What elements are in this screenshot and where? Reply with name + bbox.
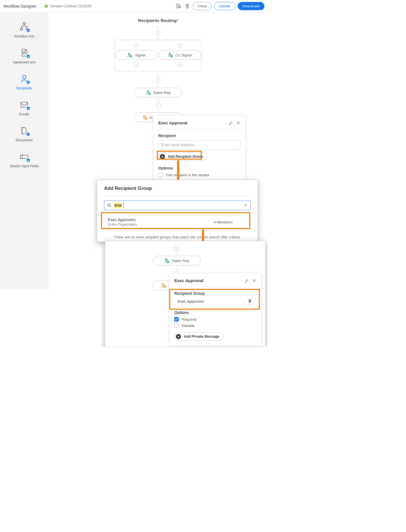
add-node-button[interactable]: + (177, 43, 182, 48)
sender-input-icon (19, 152, 30, 162)
connector (158, 36, 158, 40)
add-node-button[interactable]: + (174, 246, 179, 251)
add-group-label: Add Recipient Group (168, 155, 203, 159)
add-node-button[interactable]: + (134, 43, 139, 48)
panel-title: Exec Approval (174, 278, 245, 283)
remove-group-button[interactable] (244, 298, 255, 305)
role-label: Sales Rep (172, 259, 189, 263)
close-icon[interactable] (236, 121, 240, 125)
sidebar-item-sender-input[interactable]: Sender Input Fields (0, 148, 48, 174)
connector (158, 72, 158, 76)
options-label: Options (158, 166, 240, 170)
recipient-group-label: Recipient Group (174, 291, 257, 296)
required-marker: * (176, 18, 178, 23)
add-node-button[interactable]: + (177, 62, 182, 67)
svg-rect-5 (23, 23, 25, 24)
edit-icon[interactable] (245, 278, 249, 283)
email-input[interactable] (158, 140, 240, 150)
svg-point-19 (147, 91, 149, 92)
sidebar: Workflow Info Agreement Info Recipients … (0, 12, 48, 289)
connector (177, 265, 177, 269)
sidebar-item-emails[interactable]: Emails (0, 96, 48, 122)
plus-icon: + (160, 154, 165, 159)
panel-title: Exec Approval (158, 120, 229, 125)
svg-line-24 (110, 206, 111, 207)
result-row[interactable]: Exec Approvers Entire Organization 4 Mem… (104, 214, 251, 230)
sidebar-item-label: Agreement Info (13, 60, 36, 64)
role-sales-rep[interactable]: Sales Rep (134, 88, 182, 97)
add-private-label: Add Private Message (184, 335, 219, 338)
sidebar-item-recipients[interactable]: Recipients (0, 70, 48, 96)
form-icon[interactable] (176, 3, 182, 9)
exec-approval-panel-2: Exec Approval Recipient Group Exec Appro… (169, 273, 262, 346)
role-sales-rep[interactable]: Sales Rep (153, 256, 201, 265)
options-label: Options (174, 310, 257, 315)
checkbox[interactable] (174, 317, 179, 322)
svg-point-21 (144, 115, 145, 117)
option-label: This recipient is the sender (166, 173, 209, 177)
page-title: Workflow Designer (3, 4, 36, 8)
svg-point-27 (162, 283, 164, 285)
person-check-icon (127, 52, 133, 58)
trash-icon[interactable] (184, 3, 190, 9)
connector (158, 84, 158, 88)
svg-point-25 (166, 259, 167, 260)
canvas-title: Recipients Routing* (54, 18, 262, 23)
search-input[interactable]: exe ✕ (104, 201, 251, 210)
deactivate-button[interactable]: Deactivate (238, 2, 264, 10)
add-node-button[interactable]: + (156, 30, 161, 35)
role-label: Co Signer (175, 53, 192, 57)
sidebar-item-label: Documents (16, 138, 33, 142)
result-sub: Entire Organization (108, 223, 137, 227)
option-sender[interactable]: This recipient is the sender (158, 173, 240, 177)
update-button[interactable]: Update (214, 2, 235, 10)
divider (40, 3, 41, 9)
role-co-signer[interactable]: Co Signer (159, 50, 201, 60)
option-required[interactable]: Required (174, 317, 257, 322)
result-info: Exec Approvers Entire Organization (108, 217, 137, 227)
caret-icon (123, 203, 124, 208)
add-private-message-button[interactable]: + Add Private Message (174, 332, 224, 341)
agreement-info-icon (19, 48, 30, 58)
option-editable[interactable]: Editable (174, 323, 257, 328)
connector (177, 252, 177, 256)
sidebar-item-workflow-info[interactable]: Workflow Info (0, 18, 48, 44)
add-node-button[interactable]: + (156, 78, 161, 83)
person-check-icon (161, 283, 166, 288)
emails-icon (19, 100, 30, 110)
close-icon[interactable] (252, 278, 257, 283)
group-value: Exec Approvers (178, 299, 204, 304)
svg-rect-6 (20, 28, 23, 30)
svg-point-15 (128, 53, 130, 55)
group-value-row: Exec Approvers (174, 298, 257, 305)
sidebar-item-label: Workflow Info (14, 34, 34, 38)
sidebar-item-label: Recipients (16, 86, 32, 90)
arrow-down-icon: ↓ (54, 24, 262, 28)
header-actions: Close Update Deactivate (176, 2, 264, 10)
recipient-label: Recipient (158, 133, 240, 138)
add-recipient-group-button[interactable]: + Add Recipient Group (158, 152, 207, 161)
header: Workflow Designer Service Contract Q1202… (0, 0, 268, 12)
edit-icon[interactable] (229, 121, 233, 125)
checkbox[interactable] (158, 173, 163, 177)
result-name: Exec Approvers (108, 217, 137, 222)
plus-icon: + (176, 334, 181, 339)
divider (174, 287, 257, 287)
role-label: Signer (135, 53, 146, 57)
clear-icon[interactable]: ✕ (244, 203, 248, 208)
panel-header: Exec Approval (174, 278, 257, 283)
sidebar-item-agreement-info[interactable]: Agreement Info (0, 44, 48, 70)
status-dot-icon (45, 5, 48, 8)
checkbox[interactable] (174, 323, 179, 328)
divider (158, 129, 240, 129)
option-label: Editable (182, 324, 195, 328)
role-signer[interactable]: Signer (115, 50, 158, 60)
sidebar-item-documents[interactable]: Documents (0, 122, 48, 148)
add-node-button[interactable]: + (134, 62, 139, 67)
svg-rect-4 (179, 6, 181, 8)
recipients-icon (19, 74, 30, 84)
add-node-button[interactable]: + (156, 102, 161, 107)
close-button[interactable]: Close (193, 2, 211, 10)
documents-icon (19, 126, 30, 136)
divider (104, 196, 251, 196)
